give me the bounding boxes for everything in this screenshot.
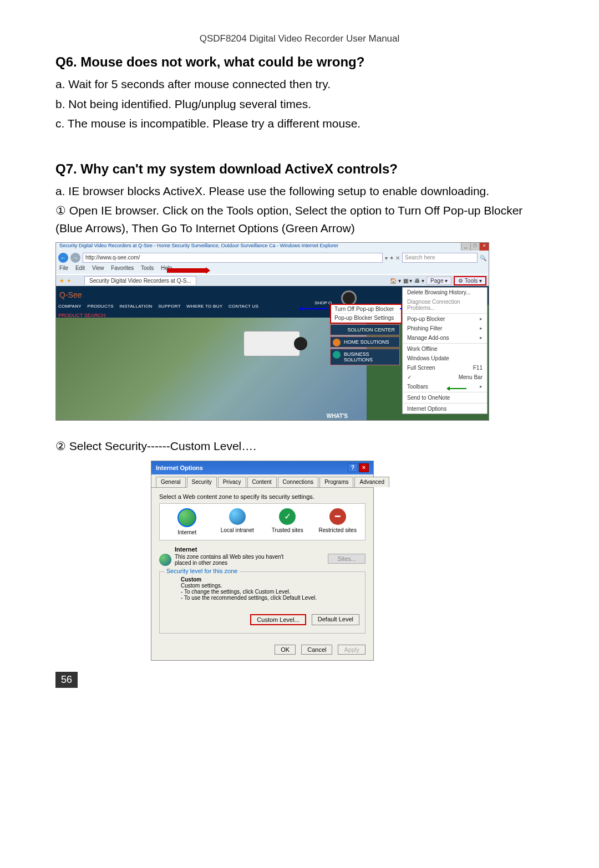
turn-off-popup-item[interactable]: Turn Off Pop-up Blocker xyxy=(331,305,401,314)
menu-edit[interactable]: Edit xyxy=(75,265,85,271)
internet-zone-label: Internet xyxy=(175,546,366,553)
home-icon-orange xyxy=(333,339,341,346)
whats-label: WHAT'S xyxy=(327,413,348,419)
internet-options-dialog: Internet Options ? × General Security Pr… xyxy=(151,461,374,661)
toolbars-item[interactable]: Toolbars xyxy=(403,382,487,391)
q6-b: b. Not being identified. Plug/unplug sev… xyxy=(55,95,544,113)
red-arrow-annotation xyxy=(167,268,206,273)
business-solutions-block[interactable]: BUSINESS SOLUTIONS xyxy=(330,349,400,365)
manual-title: QSDF8204 Digital Video Recorder User Man… xyxy=(55,33,544,44)
default-level-button[interactable]: Default Level xyxy=(312,614,359,625)
diagnose-item[interactable]: Diagnose Connection Problems... xyxy=(403,297,487,313)
internet-options-item[interactable]: Internet Options xyxy=(403,404,487,413)
security-level-legend: Security level for this zone xyxy=(164,568,240,574)
cancel-button[interactable]: Cancel xyxy=(301,645,332,655)
nav-support[interactable]: SUPPORT xyxy=(158,304,181,309)
back-button[interactable]: ← xyxy=(58,253,68,263)
q7-step1: ① Open IE browser. Click on the Tools op… xyxy=(55,202,544,237)
custom-title: Custom xyxy=(181,576,359,583)
popup-settings-item[interactable]: Pop-up Blocker Settings xyxy=(331,314,401,323)
menu-favorites[interactable]: Favorites xyxy=(111,265,134,271)
menu-view[interactable]: View xyxy=(92,265,104,271)
nav-products[interactable]: PRODUCTS xyxy=(88,304,114,309)
tab-programs[interactable]: Programs xyxy=(319,477,353,487)
blue-arrow-left xyxy=(302,308,328,309)
solution-center-block[interactable]: SOLUTION CENTER xyxy=(330,324,400,335)
check-icon: ✓ xyxy=(279,508,296,525)
menu-file[interactable]: File xyxy=(59,265,68,271)
q6-a: a. Wait for 5 seconds after mouse connec… xyxy=(55,75,544,93)
search-icon[interactable]: 🔍 xyxy=(480,255,486,261)
feed-icon[interactable]: ▦ ▾ xyxy=(403,278,413,284)
zone-internet[interactable]: Internet xyxy=(167,508,206,535)
nav-company[interactable]: COMPANY xyxy=(58,304,82,309)
nav-where[interactable]: WHERE TO BUY xyxy=(186,304,222,309)
qsee-nav: COMPANY PRODUCTS INSTALLATION SUPPORT WH… xyxy=(58,304,263,309)
menu-bar-item[interactable]: ✓ Menu Bar xyxy=(403,372,487,382)
menu-tools[interactable]: Tools xyxy=(141,265,154,271)
popup-blocker-submenu: Turn Off Pop-up Blocker Pop-up Blocker S… xyxy=(330,304,402,324)
security-camera-graphic xyxy=(243,331,300,356)
intranet-icon xyxy=(229,508,246,525)
ie-screenshot: Security Digital Video Recorders at Q-Se… xyxy=(55,242,489,421)
tab-content[interactable]: Content xyxy=(247,477,277,487)
delete-history-item[interactable]: Delete Browsing History... xyxy=(403,288,487,297)
zone-restricted[interactable]: ━Restricted sites xyxy=(318,508,357,535)
popup-blocker-item[interactable]: Pop-up Blocker xyxy=(403,314,487,324)
close-icon[interactable]: × xyxy=(479,243,489,251)
send-onenote-item[interactable]: Send to OneNote xyxy=(403,393,487,402)
custom-level-button[interactable]: Custom Level... xyxy=(250,614,306,625)
q6-heading: Q6. Mouse does not work, what could be w… xyxy=(55,54,544,70)
apply-button: Apply xyxy=(338,645,366,655)
internet-zone-desc: This zone contains all Web sites you hav… xyxy=(175,554,286,566)
zone-description: Select a Web content zone to specify its… xyxy=(159,493,366,500)
phishing-filter-item[interactable]: Phishing Filter xyxy=(403,324,487,333)
browser-tab[interactable]: Security Digital Video Recorders at Q-S.… xyxy=(84,276,196,285)
zone-trusted[interactable]: ✓Trusted sites xyxy=(268,508,307,535)
q7-intro: a. IE browser blocks ActiveX. Please use… xyxy=(55,182,544,200)
nav-contact[interactable]: CONTACT US xyxy=(229,304,258,309)
qsee-content-image: WHAT'S xyxy=(56,318,367,420)
business-icon-green xyxy=(333,351,341,359)
globe-icon xyxy=(159,554,171,566)
window-controls: _ □ × xyxy=(461,243,489,251)
tab-general[interactable]: General xyxy=(156,477,186,487)
help-icon[interactable]: ? xyxy=(348,463,358,472)
tab-privacy[interactable]: Privacy xyxy=(218,477,246,487)
minus-icon: ━ xyxy=(329,508,346,525)
ok-button[interactable]: OK xyxy=(275,645,296,655)
tools-dropdown[interactable]: ⚙ Tools ▾ xyxy=(454,276,486,285)
q7-step2: ② Select Security------Custom Level…. xyxy=(55,437,544,455)
tab-connections[interactable]: Connections xyxy=(278,477,319,487)
security-zones: Internet Local intranet ✓Trusted sites ━… xyxy=(159,503,366,540)
io-title: Internet Options xyxy=(156,464,203,471)
qsee-logo: Q-See xyxy=(59,290,82,299)
tab-advanced[interactable]: Advanced xyxy=(354,477,389,487)
search-box[interactable]: Search here xyxy=(402,253,478,263)
custom-l1: - To change the settings, click Custom L… xyxy=(181,589,359,595)
ie-menu-bar: File Edit View Favorites Tools Help xyxy=(56,265,489,274)
q7-heading: Q7. Why can't my system download ActiveX… xyxy=(55,161,544,177)
maximize-icon[interactable]: □ xyxy=(470,243,480,251)
tab-security[interactable]: Security xyxy=(187,477,217,488)
zone-intranet[interactable]: Local intranet xyxy=(218,508,257,535)
tools-menu: Delete Browsing History... Diagnose Conn… xyxy=(402,287,488,414)
close-icon[interactable]: × xyxy=(359,463,369,472)
forward-button[interactable]: → xyxy=(70,253,80,263)
page-dropdown[interactable]: Page ▾ xyxy=(427,277,451,285)
minimize-icon[interactable]: _ xyxy=(461,243,470,251)
full-screen-item[interactable]: Full ScreenF11 xyxy=(403,363,487,372)
address-bar[interactable]: http://www.q-see.com/ xyxy=(83,253,383,263)
page-number: 56 xyxy=(55,672,78,688)
custom-sub: Custom settings. xyxy=(181,583,359,589)
globe-icon xyxy=(177,508,196,527)
sites-button: Sites... xyxy=(328,554,366,564)
q6-c: c. The mouse is incompatible. Please try… xyxy=(55,115,544,132)
nav-installation[interactable]: INSTALLATION xyxy=(119,304,152,309)
home-icon[interactable]: 🏠 ▾ xyxy=(390,278,401,284)
print-icon[interactable]: 🖶 ▾ xyxy=(414,278,424,284)
home-solutions-block[interactable]: HOME SOLUTIONS xyxy=(330,336,400,348)
windows-update-item[interactable]: Windows Update xyxy=(403,354,487,363)
work-offline-item[interactable]: Work Offline xyxy=(403,344,487,354)
manage-addons-item[interactable]: Manage Add-ons xyxy=(403,333,487,343)
